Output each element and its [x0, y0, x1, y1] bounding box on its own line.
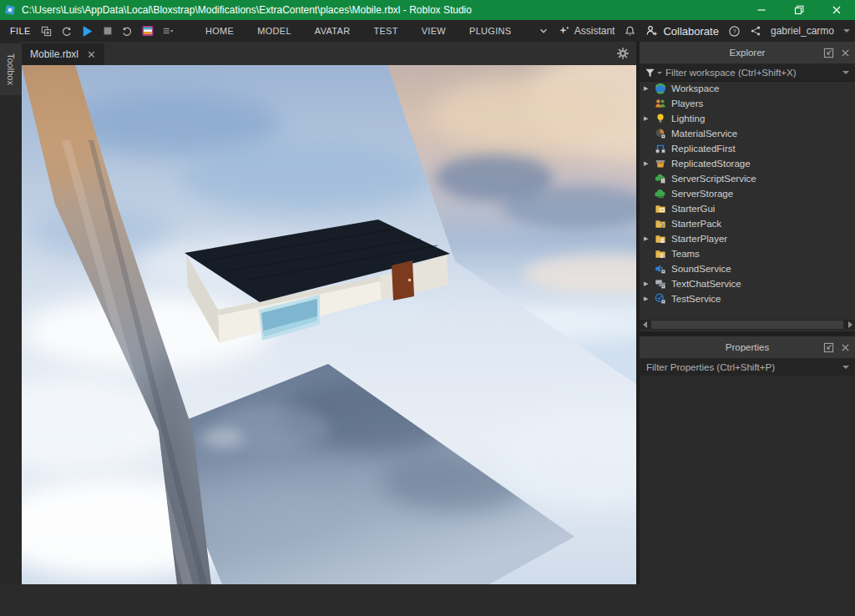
- properties-title: Properties: [726, 342, 769, 352]
- lighting-icon: [655, 113, 666, 124]
- explorer-item-serverscriptservice[interactable]: ServerScriptService: [640, 171, 855, 186]
- explorer-hscrollbar[interactable]: [640, 320, 855, 330]
- replicated-first-icon: [655, 143, 666, 154]
- explorer-item-workspace[interactable]: ▶Workspace: [640, 81, 855, 96]
- bloxstrap-icon[interactable]: [141, 24, 154, 38]
- properties-filter-caret-icon[interactable]: [842, 366, 849, 369]
- ribbon-tab-plugins[interactable]: PLUGINS: [458, 20, 523, 42]
- expand-arrow-icon[interactable]: ▶: [644, 235, 655, 242]
- filter-funnel-icon[interactable]: [645, 68, 662, 78]
- explorer-item-label: StarterPlayer: [671, 234, 727, 244]
- scroll-left-icon[interactable]: [640, 320, 650, 330]
- user-caret-down-icon[interactable]: [843, 29, 850, 33]
- explorer-filter-caret-icon[interactable]: [842, 71, 849, 74]
- explorer-item-starterpack[interactable]: StarterPack: [640, 216, 855, 231]
- notifications-bell-icon[interactable]: [624, 25, 636, 38]
- explorer-item-testservice[interactable]: ▶TestService: [640, 291, 855, 306]
- starter-player-icon: [655, 233, 666, 245]
- toolbox-tab[interactable]: Toolbox: [0, 43, 22, 95]
- explorer-item-serverstorage[interactable]: ServerStorage: [640, 186, 855, 201]
- toolbox-strip: Toolbox: [0, 42, 22, 584]
- explorer-item-label: ReplicatedFirst: [671, 144, 736, 154]
- expand-arrow-icon[interactable]: ▶: [644, 160, 655, 167]
- redo-icon[interactable]: [60, 25, 73, 38]
- quick-access-menu-icon[interactable]: [162, 25, 174, 37]
- explorer-filter-input[interactable]: [662, 68, 842, 78]
- properties-empty-area: [640, 376, 855, 610]
- test-service-icon: [655, 293, 666, 305]
- explorer-item-starterplayer[interactable]: ▶StarterPlayer: [640, 231, 855, 246]
- undock-panel-icon[interactable]: [823, 342, 834, 353]
- properties-filter-input[interactable]: [640, 362, 842, 372]
- explorer-item-label: Workspace: [671, 83, 719, 93]
- expand-arrow-icon[interactable]: ▶: [644, 85, 655, 92]
- scroll-right-icon[interactable]: [845, 320, 855, 330]
- sparkle-icon: [558, 25, 570, 38]
- viewport-settings-gear-icon[interactable]: [616, 47, 630, 60]
- ribbon-tab-home[interactable]: HOME: [194, 20, 245, 42]
- undock-panel-icon[interactable]: [823, 48, 834, 58]
- user-menu[interactable]: gabriel_carmo: [771, 25, 834, 37]
- undo-icon[interactable]: [121, 25, 134, 38]
- explorer-item-label: MaterialService: [671, 129, 737, 139]
- door-knob: [408, 279, 411, 281]
- copy-icon[interactable]: [40, 25, 53, 38]
- expand-arrow-icon[interactable]: ▶: [644, 295, 655, 302]
- sound-service-icon: [655, 263, 666, 275]
- explorer-header: Explorer: [640, 42, 855, 64]
- explorer-item-replicatedfirst[interactable]: ReplicatedFirst: [640, 141, 855, 156]
- close-panel-icon[interactable]: [841, 48, 850, 58]
- starter-pack-icon: [655, 218, 666, 230]
- replicated-storage-icon: [655, 158, 666, 169]
- explorer-tree: ▶WorkspacePlayers▶LightingMaterialServic…: [640, 81, 855, 306]
- assistant-button[interactable]: Assistant: [558, 25, 615, 38]
- close-button[interactable]: [817, 0, 855, 20]
- toolbox-tab-label: Toolbox: [6, 53, 16, 85]
- properties-header: Properties: [640, 336, 855, 359]
- text-chat-service-icon: [655, 278, 666, 290]
- ribbon-tab-view[interactable]: VIEW: [410, 20, 458, 42]
- minimize-button[interactable]: [742, 0, 780, 20]
- quick-access-toolbar: [40, 20, 174, 42]
- document-tabbar: Mobile.rbxl ✕: [22, 42, 636, 65]
- expand-arrow-icon[interactable]: ▶: [644, 280, 655, 287]
- explorer-item-label: Teams: [671, 249, 700, 259]
- ribbon-tab-avatar[interactable]: AVATAR: [303, 20, 362, 42]
- explorer-item-soundservice[interactable]: SoundService: [640, 261, 855, 276]
- document-tab-label: Mobile.rbxl: [30, 48, 78, 60]
- play-button[interactable]: [80, 24, 94, 38]
- menubar: FILE HOMEMODELAVATARTESTVIEWPLUGINS Assi…: [0, 20, 855, 43]
- scrollbar-thumb[interactable]: [651, 321, 843, 329]
- window-title: C:\Users\Luis\AppData\Local\Bloxstrap\Mo…: [22, 4, 472, 16]
- close-panel-icon[interactable]: [841, 343, 850, 352]
- ribbon-tab-model[interactable]: MODEL: [245, 20, 303, 42]
- explorer-title: Explorer: [730, 48, 766, 58]
- explorer-item-textchatservice[interactable]: ▶TextChatService: [640, 276, 855, 291]
- explorer-item-label: TestService: [671, 294, 721, 304]
- maximize-button[interactable]: [780, 0, 817, 20]
- explorer-item-label: Players: [671, 98, 703, 109]
- explorer-item-materialservice[interactable]: MaterialService: [640, 126, 855, 141]
- viewport-3d[interactable]: [22, 65, 636, 584]
- explorer-item-players[interactable]: Players: [640, 96, 855, 111]
- ribbon-tab-test[interactable]: TEST: [362, 20, 409, 42]
- explorer-item-replicatedstorage[interactable]: ▶ReplicatedStorage: [640, 156, 855, 171]
- explorer-item-label: Lighting: [671, 114, 705, 124]
- chevron-down-icon[interactable]: [539, 26, 549, 36]
- server-script-service-icon: [655, 173, 666, 184]
- close-tab-icon[interactable]: ✕: [87, 49, 96, 60]
- share-icon[interactable]: [750, 25, 761, 37]
- explorer-item-teams[interactable]: Teams: [640, 246, 855, 261]
- roblox-studio-logo-icon: [4, 4, 16, 16]
- expand-arrow-icon[interactable]: ▶: [644, 115, 655, 122]
- explorer-item-startergui[interactable]: StarterGui: [640, 201, 855, 216]
- file-menu-button[interactable]: FILE: [10, 20, 31, 42]
- document-tab[interactable]: Mobile.rbxl ✕: [22, 43, 104, 65]
- collaborate-button[interactable]: Collaborate: [645, 24, 719, 38]
- explorer-panel: Explorer ▶WorkspacePlayers▶LightingMater…: [640, 42, 855, 331]
- ribbon-tabs: HOMEMODELAVATARTESTVIEWPLUGINS: [194, 20, 523, 42]
- explorer-item-lighting[interactable]: ▶Lighting: [640, 111, 855, 126]
- explorer-item-label: SoundService: [671, 264, 731, 274]
- stop-button[interactable]: [102, 25, 114, 37]
- help-icon[interactable]: ?: [728, 25, 741, 38]
